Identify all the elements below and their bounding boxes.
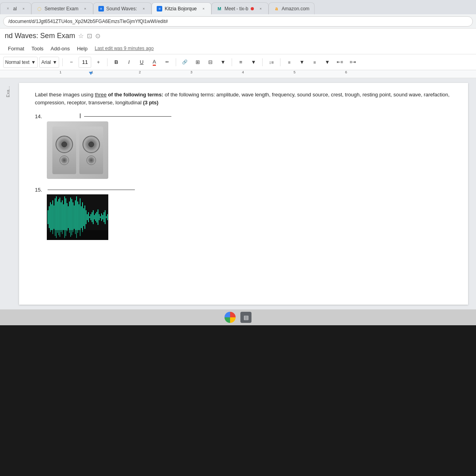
svg-rect-34	[87, 214, 88, 220]
font-selector[interactable]: Arial ▼	[39, 57, 59, 68]
browser: × al × ◌ Semester Exam × ≡ Sound Waves: …	[0, 0, 476, 325]
svg-rect-26	[77, 202, 78, 233]
indent-increase-btn[interactable]: ≡⇥	[347, 57, 358, 68]
tab-semester-close[interactable]: ×	[83, 6, 88, 12]
bold-btn[interactable]: B	[111, 57, 122, 68]
address-input[interactable]: /document/d/1Jgt6541ZTU4os_Xp2M2b5FGA6Em…	[3, 16, 473, 27]
question-instruction: Label these images using three of the fo…	[35, 91, 452, 106]
font-chevron: ▼	[52, 60, 57, 65]
font-increase-btn[interactable]: +	[93, 57, 104, 68]
list-btn[interactable]: ≡	[284, 57, 295, 68]
svg-rect-12	[61, 202, 61, 232]
tab-al-label: al	[13, 6, 17, 12]
menu-help[interactable]: Help	[74, 45, 91, 52]
svg-rect-41	[95, 213, 96, 221]
ruler-mark-4: 4	[242, 70, 244, 74]
align-btn[interactable]: ≡	[235, 57, 246, 68]
tab-sound-waves[interactable]: ≡ Sound Waves: ×	[93, 2, 152, 14]
tab-al-close[interactable]: ×	[21, 6, 26, 12]
docs-header: nd Waves: Sem Exam ☆ ⊡ ⊙ Format Tools Ad…	[0, 29, 476, 54]
indent-decrease-btn[interactable]: ⇤≡	[334, 57, 345, 68]
italic-btn[interactable]: I	[123, 57, 134, 68]
address-text: /document/d/1Jgt6541ZTU4os_Xp2M2b5FGA6Em…	[8, 19, 168, 24]
question-14: 14. I	[35, 113, 452, 179]
comment-btn[interactable]: ⊞	[192, 57, 203, 68]
tab-amazon-label: Amazon.com	[282, 6, 309, 12]
formatting-toolbar: Normal text ▼ Arial ▼ − 11 + B I U A ✏ 🔗	[0, 54, 476, 70]
sidebar: Exa...	[0, 78, 16, 309]
tab-semester-exam[interactable]: ◌ Semester Exam ×	[31, 2, 93, 14]
chrome-icon[interactable]	[225, 312, 236, 323]
cloud-icon[interactable]: ⊙	[95, 32, 100, 40]
docs-menu-bar: Format Tools Add-ons Help Last edit was …	[0, 43, 476, 54]
doc-body: Exa... Label these images using three of…	[0, 78, 476, 309]
svg-rect-47	[102, 215, 103, 219]
sidebar-label: Exa...	[6, 86, 10, 97]
svg-rect-5	[52, 200, 53, 234]
divider-2	[107, 58, 107, 66]
image-btn[interactable]: ⊟	[205, 57, 216, 68]
svg-rect-18	[68, 206, 69, 228]
speaker-image	[47, 121, 108, 179]
tab-al-icon: ×	[5, 6, 11, 12]
svg-rect-37	[90, 214, 91, 220]
files-icon[interactable]: ▤	[240, 312, 251, 323]
ruler-marks: 1 1 2 3 4 5 6	[60, 70, 476, 78]
tab-amazon[interactable]: a Amazon.com	[269, 2, 315, 14]
font-color-btn[interactable]: A	[149, 57, 160, 68]
menu-format[interactable]: Format	[5, 45, 27, 52]
docs-title-bar: nd Waves: Sem Exam ☆ ⊡ ⊙	[0, 29, 476, 43]
tab-al[interactable]: × al ×	[0, 2, 31, 14]
svg-rect-33	[86, 210, 86, 224]
ruler-mark-2: 2	[139, 70, 141, 74]
question-14-number: 14.	[35, 113, 44, 119]
tab-kitzia-close[interactable]: ×	[201, 6, 206, 12]
style-selector[interactable]: Normal text ▼	[3, 57, 38, 68]
browser-window: × al × ◌ Semester Exam × ≡ Sound Waves: …	[0, 0, 476, 325]
tab-sound-close[interactable]: ×	[141, 6, 146, 12]
tab-meet-label: Meet - tix-b	[225, 6, 248, 12]
image-dropdown[interactable]: ▼	[217, 57, 228, 68]
align-dropdown[interactable]: ▼	[248, 57, 259, 68]
svg-rect-29	[81, 206, 82, 228]
list-dropdown[interactable]: ▼	[296, 57, 307, 68]
divider-3	[176, 58, 176, 66]
ruler-mark-5: 5	[294, 70, 296, 74]
svg-rect-30	[82, 202, 83, 232]
underline-btn[interactable]: U	[136, 57, 147, 68]
svg-rect-24	[75, 200, 76, 234]
instruction-strong-prefix: of the following terms:	[108, 92, 163, 98]
svg-rect-42	[96, 212, 97, 223]
tab-meet-close[interactable]: ×	[258, 6, 263, 12]
folder-icon[interactable]: ⊡	[87, 32, 92, 40]
tab-kitzia[interactable]: ≡ Kitzia Bojorque ×	[152, 2, 211, 14]
svg-rect-46	[101, 213, 102, 221]
instruction-prefix: Label these images using	[35, 92, 95, 98]
svg-rect-21	[71, 199, 72, 235]
tab-semester-label: Semester Exam	[44, 6, 78, 12]
docs-title: nd Waves: Sem Exam	[5, 32, 75, 40]
question-14-answer-line[interactable]	[84, 116, 171, 117]
svg-rect-9	[57, 202, 58, 233]
font-decrease-btn[interactable]: −	[66, 57, 77, 68]
bullet-btn[interactable]: ≡	[309, 57, 320, 68]
link-btn[interactable]: 🔗	[179, 57, 190, 68]
line-spacing-btn[interactable]: ↕≡	[266, 57, 277, 68]
doc-page[interactable]: Label these images using three of the fo…	[19, 83, 468, 305]
menu-addons[interactable]: Add-ons	[48, 45, 73, 52]
star-icon[interactable]: ☆	[78, 32, 84, 40]
svg-rect-43	[98, 209, 98, 225]
bullet-dropdown[interactable]: ▼	[322, 57, 333, 68]
question-15-answer-line[interactable]	[48, 190, 135, 190]
font-label: Arial	[41, 60, 51, 65]
menu-tools[interactable]: Tools	[28, 45, 46, 52]
ruler-mark-3: 3	[190, 70, 192, 74]
question-15-line: 15.	[35, 187, 452, 193]
files-icon-symbol: ▤	[244, 314, 249, 321]
svg-rect-36	[89, 216, 90, 218]
svg-rect-44	[99, 214, 100, 220]
color-picker-btn[interactable]: ✏	[161, 57, 173, 68]
tab-meet[interactable]: M Meet - tix-b ×	[211, 2, 269, 14]
svg-rect-39	[93, 210, 94, 224]
divider-1	[62, 58, 63, 66]
